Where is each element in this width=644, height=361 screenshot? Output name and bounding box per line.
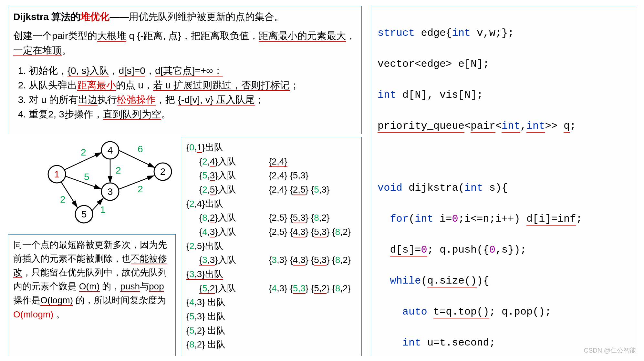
node-3: 3 (101, 183, 119, 200)
node-5: 5 (75, 206, 93, 223)
svg-line-3 (65, 176, 101, 189)
heap-line: 创建一个pair类型的大根堆 q {-距离, 点}，把距离取负值，距离最小的元素… (13, 28, 356, 57)
trace-panel: {0,1}出队 {2,4}入队{2,4} {5,3}入队{2,4} {5,3} … (181, 137, 362, 356)
code-block: struct edge{int v,w;}; vector<edge> e[N]… (378, 10, 629, 361)
node-2: 2 (154, 163, 171, 180)
svg-text:4: 4 (108, 145, 113, 155)
watermark: CSDN @仁公智能 (584, 346, 636, 355)
svg-line-4 (119, 175, 154, 189)
explain-panel: Dijkstra 算法的堆优化——用优先队列维护被更新的点的集合。 创建一个pa… (8, 6, 362, 134)
svg-text:3: 3 (108, 186, 113, 197)
svg-line-1 (119, 150, 155, 168)
svg-text:2: 2 (138, 184, 143, 194)
svg-text:2: 2 (60, 194, 66, 205)
node-1: 1 (48, 165, 66, 183)
note-panel: 同一个点的最短路被更新多次，因为先前插入的元素不能被删除，也不能被修改，只能留在… (8, 234, 176, 356)
svg-text:5: 5 (81, 209, 87, 219)
code-panel: struct edge{int v,w;}; vector<edge> e[N]… (371, 6, 636, 356)
svg-text:1: 1 (54, 169, 60, 179)
steps-list: 初始化，{0, s}入队，d[s]=0，d[其它点]=+∞； 从队头弹出距离最小… (15, 63, 356, 121)
svg-text:1: 1 (100, 204, 106, 215)
svg-text:2: 2 (160, 166, 166, 177)
graph-diagram: 1 4 2 3 5 2 6 2 5 2 2 1 (39, 138, 178, 225)
svg-text:6: 6 (138, 144, 143, 154)
title-line: Dijkstra 算法的堆优化——用优先队列维护被更新的点的集合。 (13, 9, 356, 24)
svg-text:2: 2 (81, 147, 86, 157)
node-4: 4 (101, 142, 119, 159)
svg-text:5: 5 (84, 171, 89, 182)
svg-text:2: 2 (116, 165, 121, 175)
